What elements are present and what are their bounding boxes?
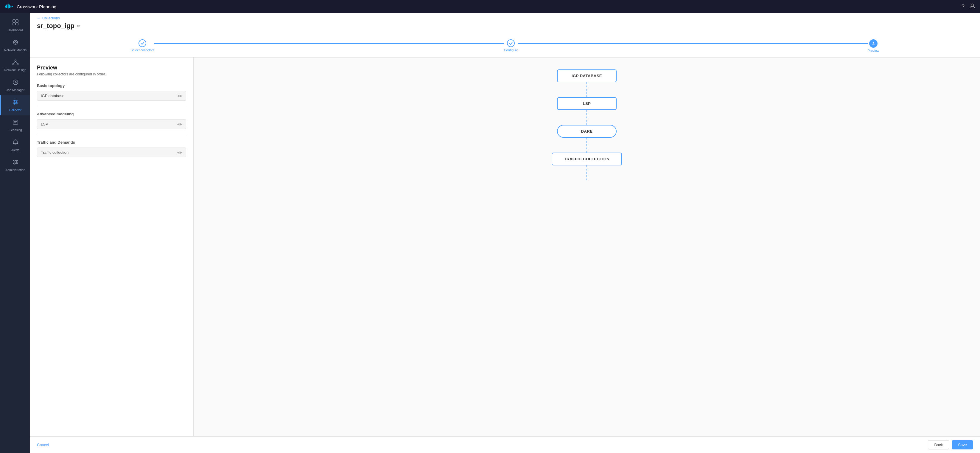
stepper: Select collectors Configure 3 Preview xyxy=(130,35,879,57)
alerts-icon xyxy=(12,139,19,147)
breadcrumb[interactable]: ← Collections xyxy=(37,16,973,20)
flow-connector-4 xyxy=(587,166,587,180)
page-title-row: sr_topo_igp ✏ xyxy=(37,22,973,30)
job-manager-label: Job Manager xyxy=(6,88,24,92)
sidebar-item-job-manager[interactable]: Job Manager xyxy=(0,75,30,96)
section-basic-topology: Basic topology IGP database ◀ ▶ xyxy=(37,83,186,101)
svg-rect-2 xyxy=(8,3,9,8)
edit-icon[interactable]: ✏ xyxy=(77,24,80,28)
section-header-advanced-modeling: Advanced modeling xyxy=(37,112,186,116)
igp-chevrons: ◀ ▶ xyxy=(177,94,182,98)
collector-row-lsp: LSP ◀ ▶ xyxy=(37,119,186,129)
back-button[interactable]: Back xyxy=(928,440,949,450)
sidebar-item-dashboard[interactable]: Dashboard xyxy=(0,16,30,35)
svg-point-11 xyxy=(13,40,18,45)
network-models-icon xyxy=(12,39,19,47)
sidebar-item-network-design[interactable]: Network Design xyxy=(0,56,30,75)
help-icon[interactable]: ? xyxy=(961,3,964,10)
save-button[interactable]: Save xyxy=(952,440,973,450)
svg-rect-10 xyxy=(16,23,18,25)
collector-row-traffic: Traffic collection ◀ ▶ xyxy=(37,148,186,157)
cancel-button[interactable]: Cancel xyxy=(37,441,49,449)
job-manager-icon xyxy=(12,79,19,87)
svg-line-17 xyxy=(16,61,18,64)
section-header-traffic-demands: Traffic and Demands xyxy=(37,140,186,145)
flow-node-traffic-collection: TRAFFIC COLLECTION xyxy=(552,153,622,166)
step-line-2 xyxy=(518,43,867,44)
collector-icon xyxy=(12,99,19,107)
svg-line-21 xyxy=(16,82,17,83)
svg-rect-7 xyxy=(13,20,15,22)
step3-label: Preview xyxy=(868,49,879,53)
main-content: Preview Following collectors are configu… xyxy=(30,57,980,436)
svg-line-16 xyxy=(13,61,16,64)
step1-circle xyxy=(138,39,146,47)
step-configure: Configure xyxy=(504,39,518,52)
app-title: Crosswork Planning xyxy=(17,4,56,9)
traffic-chevrons: ◀ ▶ xyxy=(177,150,182,155)
step-select-collectors: Select collectors xyxy=(130,39,154,52)
page-title: sr_topo_igp xyxy=(37,22,75,30)
section-traffic-demands: Traffic and Demands Traffic collection ◀… xyxy=(37,140,186,157)
sidebar-item-administration[interactable]: Administration xyxy=(0,155,30,175)
svg-point-14 xyxy=(13,64,14,65)
preview-title: Preview xyxy=(37,65,186,71)
flow-connector-3 xyxy=(587,138,587,153)
page-header: ← Collections sr_topo_igp ✏ Select colle… xyxy=(30,13,980,57)
top-nav-left: Crosswork Planning xyxy=(5,3,56,10)
licensing-icon xyxy=(12,119,19,127)
step-preview: 3 Preview xyxy=(868,39,879,53)
lsp-chevrons: ◀ ▶ xyxy=(177,122,182,126)
flow-node-igp-database: IGP DATABASE xyxy=(557,69,617,82)
network-models-label: Network Models xyxy=(4,48,27,52)
top-nav: Crosswork Planning ? xyxy=(0,0,980,13)
collector-traffic-label: Traffic collection xyxy=(41,150,68,155)
svg-rect-5 xyxy=(12,6,13,7)
sidebar-item-collector[interactable]: Collector xyxy=(0,96,30,115)
flow-connector-1 xyxy=(587,82,587,97)
svg-point-6 xyxy=(971,4,974,6)
alerts-label: Alerts xyxy=(11,148,19,152)
collector-row-igp: IGP database ◀ ▶ xyxy=(37,91,186,101)
svg-rect-9 xyxy=(13,23,15,25)
section-header-basic-topology: Basic topology xyxy=(37,83,186,88)
dashboard-label: Dashboard xyxy=(8,28,23,32)
sidebar-item-alerts[interactable]: Alerts xyxy=(0,135,30,155)
administration-icon xyxy=(12,159,19,167)
administration-label: Administration xyxy=(5,168,25,172)
licensing-label: Licensing xyxy=(9,128,22,132)
svg-point-12 xyxy=(14,41,16,43)
collector-igp-label: IGP database xyxy=(41,94,64,98)
svg-rect-4 xyxy=(10,6,11,8)
cisco-logo: Crosswork Planning xyxy=(5,3,56,10)
svg-rect-1 xyxy=(6,5,7,8)
step2-circle xyxy=(507,39,515,47)
svg-rect-3 xyxy=(9,5,10,8)
section-advanced-modeling: Advanced modeling LSP ◀ ▶ xyxy=(37,112,186,129)
preview-subtitle: Following collectors are configured in o… xyxy=(37,72,186,76)
footer-right: Back Save xyxy=(928,440,973,450)
breadcrumb-link[interactable]: Collections xyxy=(42,16,60,20)
flow-node-dare: DARE xyxy=(557,125,617,138)
svg-point-34 xyxy=(14,160,15,161)
step-line-1 xyxy=(154,43,504,44)
dashboard-icon xyxy=(12,19,19,27)
user-icon[interactable] xyxy=(969,3,975,10)
flow-node-lsp: LSP xyxy=(557,97,617,110)
svg-point-15 xyxy=(17,64,18,65)
top-nav-right: ? xyxy=(961,3,975,10)
svg-rect-0 xyxy=(5,6,6,8)
sidebar-item-licensing[interactable]: Licensing xyxy=(0,115,30,135)
svg-point-13 xyxy=(14,60,16,61)
collector-lsp-label: LSP xyxy=(41,122,48,126)
divider-1 xyxy=(37,107,186,107)
flow-diagram: IGP DATABASE LSP DARE TRAFFIC COLLECTION xyxy=(552,69,622,180)
svg-point-35 xyxy=(16,161,17,163)
footer: Cancel Back Save xyxy=(30,436,980,453)
breadcrumb-arrow: ← xyxy=(37,16,40,20)
sidebar: Dashboard Network Models Network Design … xyxy=(0,13,30,453)
content-area: ← Collections sr_topo_igp ✏ Select colle… xyxy=(30,13,980,453)
left-panel: Preview Following collectors are configu… xyxy=(30,57,194,436)
collector-label: Collector xyxy=(9,108,21,112)
sidebar-item-network-models[interactable]: Network Models xyxy=(0,35,30,56)
